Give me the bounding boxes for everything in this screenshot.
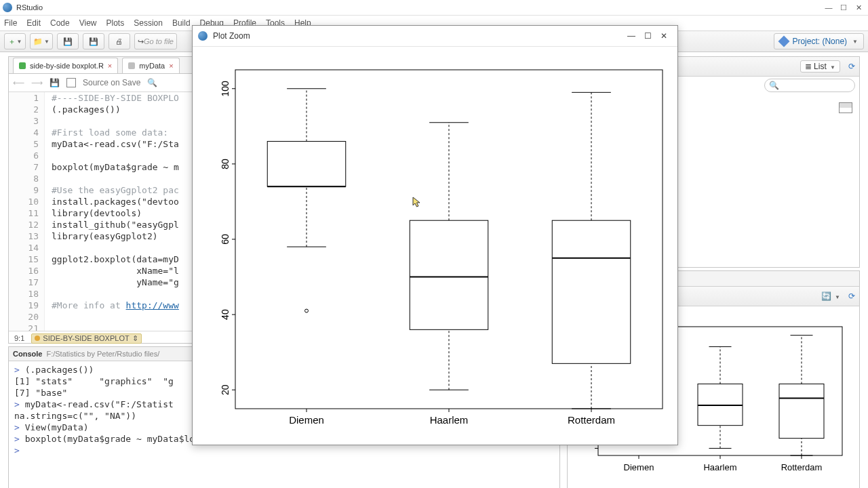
close-icon[interactable]: × [108,62,112,70]
rstudio-logo-icon [3,3,12,12]
zoom-boxplot-svg: 20406080100DiemenHaarlemRotterdam [198,56,673,436]
table-icon [128,62,135,69]
goto-placeholder: Go to file [144,37,174,45]
save-all-button[interactable]: 💾 [83,33,104,49]
svg-rect-55 [410,220,488,329]
console-path: F:/Statistics by Peter/Rstudio files/ [46,350,159,358]
tab-mydata[interactable]: myData × [122,58,179,73]
svg-rect-19 [698,384,743,425]
svg-text:Diemen: Diemen [624,462,654,472]
view-data-icon[interactable] [839,102,852,113]
svg-text:80: 80 [220,159,231,169]
close-button[interactable]: ✕ [852,2,865,13]
search-input[interactable]: 🔍 [764,79,855,92]
svg-rect-63 [552,220,631,363]
sync-icon[interactable]: 🔄 ▼ [821,291,840,301]
menu-edit[interactable]: Edit [26,18,41,28]
svg-rect-46 [267,142,346,187]
maximize-button[interactable]: ☐ [837,2,850,13]
svg-point-48 [304,309,308,312]
code-editor[interactable]: #----SIDE-BY-SIDE BOXPLO (.packages()) #… [45,92,179,331]
menu-plots[interactable]: Plots [106,18,125,28]
menu-session[interactable]: Session [134,18,163,28]
refresh-icon[interactable]: ⟳ [848,62,855,71]
back-icon[interactable]: ⟵ [13,78,24,87]
goto-file-input[interactable]: ↪ Go to file [134,33,177,49]
open-folder-button[interactable]: 📁▼ [30,33,53,49]
plot-zoom-window: Plot Zoom — ☐ ✕ 20406080100DiemenHaarlem… [192,25,678,445]
close-button[interactable]: ✕ [656,30,672,42]
svg-text:100: 100 [220,81,231,97]
r-script-icon [19,62,26,69]
close-icon[interactable]: × [169,62,173,70]
svg-text:60: 60 [220,234,231,245]
refresh-plots-icon[interactable]: ⟳ [848,291,855,301]
maximize-button[interactable]: ☐ [639,30,656,42]
rstudio-logo-icon [198,31,208,41]
menu-view[interactable]: View [79,18,97,28]
project-icon [778,36,790,47]
save-icon[interactable]: 💾 [50,78,60,87]
svg-text:Rotterdam: Rotterdam [781,462,823,472]
cursor-position: 9:1 [14,334,24,342]
svg-text:Haarlem: Haarlem [429,414,468,426]
app-title: RStudio [16,3,43,12]
svg-rect-27 [779,384,824,438]
source-on-save-checkbox[interactable] [66,78,76,87]
tab-mydata-label: myData [139,62,165,70]
search-icon[interactable]: 🔍 [147,78,157,87]
source-on-save-label: Source on Save [83,78,140,87]
plot-zoom-title: Plot Zoom [213,31,250,41]
svg-text:20: 20 [220,384,231,395]
minimize-button[interactable]: — [623,30,639,42]
menu-file[interactable]: File [4,18,17,28]
section-icon [35,336,40,341]
menu-code[interactable]: Code [50,18,70,28]
project-selector[interactable]: Project: (None) ▼ [774,33,864,49]
minimize-button[interactable]: — [822,2,835,13]
console-title: Console [13,350,42,358]
save-button[interactable]: 💾 [57,33,79,49]
forward-icon[interactable]: ⟶ [31,78,43,87]
app-titlebar: RStudio — ☐ ✕ [0,0,868,16]
svg-text:Diemen: Diemen [289,414,324,426]
tab-script-label: side-by-side boxplot.R [30,62,104,70]
section-badge[interactable]: SIDE-BY-SIDE BOXPLOT ⇕ [31,333,141,344]
print-button[interactable]: 🖨 [108,33,130,49]
line-gutter: 123456789101112131415161718192021 [9,92,45,331]
menu-build[interactable]: Build [172,18,191,28]
project-label: Project: (None) [792,37,847,46]
list-view-toggle[interactable]: ≣ List ▼ [800,60,840,73]
svg-text:Rotterdam: Rotterdam [567,414,614,426]
new-file-button[interactable]: ＋▼ [4,33,26,49]
tab-script[interactable]: side-by-side boxplot.R × [13,58,118,73]
svg-text:40: 40 [220,309,231,320]
svg-text:Haarlem: Haarlem [703,462,736,472]
